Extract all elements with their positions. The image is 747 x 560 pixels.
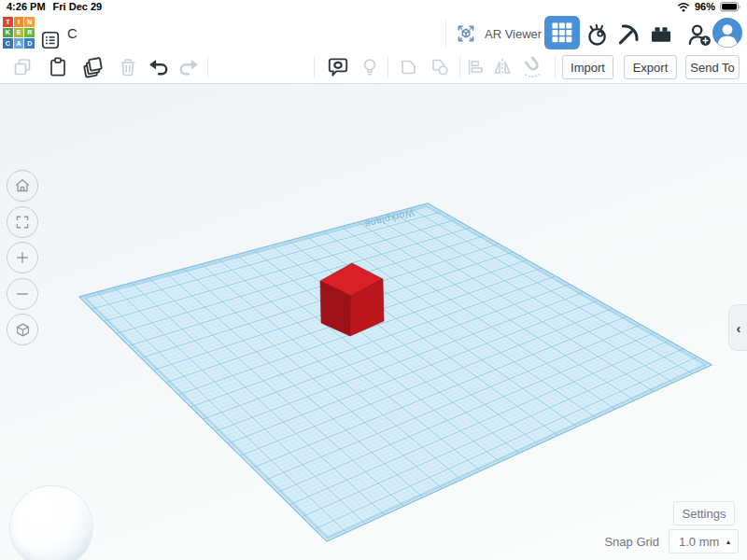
toolbar: Import Export Send To	[0, 52, 747, 84]
add-person-icon	[686, 21, 712, 48]
group-icon	[396, 55, 420, 79]
minecraft-icon	[615, 21, 641, 48]
ungroup-icon	[428, 55, 452, 79]
logo-tile: N	[24, 17, 35, 27]
designs-list-icon	[40, 30, 61, 50]
designs-list-button[interactable]	[40, 30, 61, 50]
export-button[interactable]: Export	[624, 55, 677, 79]
battery-percent: 96%	[695, 1, 715, 12]
paste-icon[interactable]	[46, 55, 70, 79]
undo-icon[interactable]	[147, 55, 171, 79]
editor-grid-button[interactable]	[544, 16, 580, 49]
toolbar-divider	[207, 56, 208, 78]
settings-button[interactable]: Settings	[673, 501, 735, 525]
fit-view-button[interactable]	[7, 206, 38, 238]
workplane[interactable]: Workplane	[79, 203, 712, 541]
mirror-icon	[490, 55, 514, 79]
logo-tile: E	[14, 28, 24, 38]
sim-lab-button[interactable]	[583, 21, 613, 49]
notes-icon[interactable]	[326, 55, 350, 79]
delete-icon	[116, 55, 140, 79]
logo-tile: A	[14, 38, 24, 49]
header: TINKERCAD C	[0, 15, 747, 53]
fit-view-icon	[14, 214, 31, 231]
logo-tile: D	[24, 38, 35, 49]
copy-icon	[10, 55, 35, 79]
snap-grid-dropdown[interactable]: 1.0 mm ▴	[669, 529, 739, 553]
align-icon	[463, 55, 487, 79]
ar-viewer-label: AR Viewer	[485, 27, 542, 41]
perspective-icon	[14, 321, 32, 339]
zoom-out-button[interactable]	[7, 278, 38, 310]
battery-icon	[720, 2, 741, 12]
tinkercad-app: 4:26 PM Fri Dec 29 96% TINKER	[0, 0, 747, 560]
home-icon	[13, 176, 32, 195]
shapes-panel-handle[interactable]: ‹	[728, 304, 747, 351]
ar-viewer-button[interactable]: AR Viewer	[454, 21, 542, 46]
perspective-toggle-button[interactable]	[7, 314, 38, 345]
status-date: Fri Dec 29	[53, 1, 103, 12]
wifi-icon	[677, 2, 690, 12]
snap-icon	[521, 55, 545, 79]
zoom-in-button[interactable]	[7, 242, 38, 273]
logo-tile: R	[24, 28, 35, 38]
duplicate-icon[interactable]	[81, 55, 106, 79]
import-button[interactable]: Import	[562, 55, 613, 79]
status-bar: 4:26 PM Fri Dec 29 96%	[0, 0, 747, 15]
tinkercad-logo[interactable]: TINKERCAD	[3, 17, 35, 49]
caret-up-icon: ▴	[726, 539, 730, 546]
home-view-button[interactable]	[7, 170, 38, 202]
avatar[interactable]	[712, 18, 742, 48]
logo-tile: C	[3, 38, 13, 49]
zoom-out-icon	[14, 286, 31, 302]
redo-icon	[176, 55, 201, 79]
header-divider	[445, 21, 446, 47]
sim-lab-icon	[585, 21, 611, 48]
add-person-button[interactable]	[685, 21, 713, 49]
zoom-in-icon	[14, 249, 31, 266]
logo-tile: I	[14, 17, 24, 27]
tips-icon	[358, 55, 382, 79]
chevron-left-icon: ‹	[737, 320, 741, 336]
scene-svg: Workplane	[0, 84, 747, 560]
bricks-icon	[648, 21, 674, 48]
logo-tile: K	[3, 28, 13, 38]
editor-grid-icon	[552, 22, 572, 43]
toolbar-divider	[388, 56, 388, 78]
logo-tile: T	[3, 17, 13, 27]
snap-grid-label: Snap Grid	[560, 535, 659, 549]
send-to-button[interactable]: Send To	[685, 55, 740, 79]
orbit-ball[interactable]	[10, 486, 92, 560]
toolbar-divider	[459, 56, 460, 78]
ar-viewer-icon	[454, 21, 478, 46]
snap-grid-value: 1.0 mm	[679, 535, 719, 549]
bricks-button[interactable]	[647, 21, 675, 49]
status-time: 4:26 PM	[7, 1, 46, 12]
toolbar-divider	[314, 56, 315, 78]
minecraft-button[interactable]	[614, 21, 642, 49]
design-title: C	[67, 25, 78, 41]
toolbar-divider	[555, 56, 556, 78]
viewport[interactable]: Workplane	[0, 84, 747, 560]
